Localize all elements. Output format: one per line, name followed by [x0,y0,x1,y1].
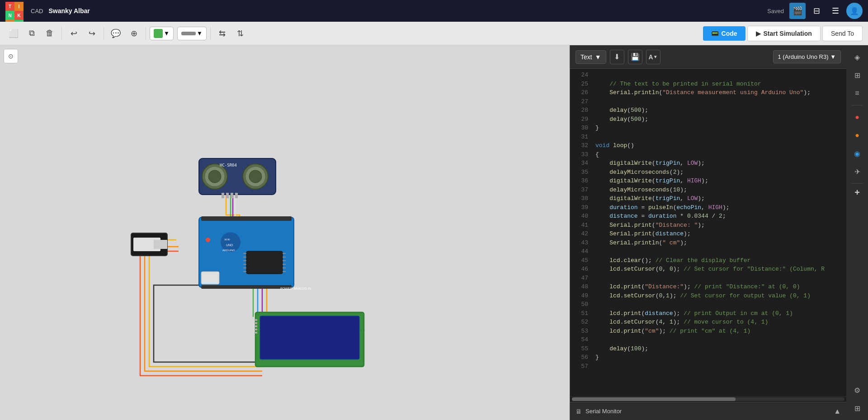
user-panel-btn[interactable]: ● [849,109,865,125]
code-hscroll[interactable] [570,396,846,402]
code-line-39: 39 duration = pulseIn(echoPin, HIGH); [570,203,846,212]
flip-h-btn[interactable]: ⇆ [214,25,231,42]
code-icon: 📟 [711,30,719,37]
toolbar: ⬜ ⧉ 🗑 ↩ ↪ 💬 ⊕ ▼ ▼ ⇆ ⇅ 📟 Code ▶ Start Sim… [0,22,868,45]
code-mode-select[interactable]: Text ▼ [576,50,606,64]
svg-rect-21 [246,251,283,274]
board-select[interactable]: 1 (Arduino Uno R3) ▼ [773,50,841,63]
font-btn[interactable]: A ▼ [646,50,660,64]
code-line-47: 47 [570,274,846,283]
board-label: 1 (Arduino Uno R3) [778,53,829,60]
board-arrow: ▼ [830,53,836,60]
redo-btn[interactable]: ↪ [84,25,100,42]
download-btn[interactable]: ⬇ [610,50,624,64]
film-icon-btn[interactable]: 🎬 [789,3,806,19]
code-line-27: 27 [570,97,846,106]
code-line-29: 29 delay(500); [570,115,846,124]
send-to-btn[interactable]: Send To [822,26,863,41]
new-btn[interactable]: ⬜ [5,25,22,42]
fill-color-btn[interactable]: ▼ [150,27,174,40]
app-name: CAD [31,8,43,14]
code-line-48: 48 lcd.print("Distance:"); // print "Dis… [570,282,846,291]
logo-k: K [14,11,24,20]
serial-monitor-label[interactable]: Serial Monitor [585,408,622,415]
svg-point-3 [208,170,221,183]
undo-btn[interactable]: ↩ [66,25,82,42]
stroke-color-btn[interactable]: ▼ [177,27,207,40]
avatar[interactable]: 👤 [846,3,863,19]
code-line-41: 41 Serial.print("Distance: "); [570,221,846,230]
add-panel-btn[interactable]: + [854,187,860,198]
svg-rect-46 [255,332,257,334]
code-line-54: 54 [570,335,846,344]
serial-monitor-bar: 🖥 Serial Monitor ▲ [570,402,846,420]
svg-rect-44 [255,325,257,327]
topbar-icons: 🎬 ⊟ ☰ 👤 [789,3,863,19]
code-line-38: 38 digitalWrite(trigPin, LOW); [570,194,846,203]
save-code-btn[interactable]: 💾 [628,50,642,64]
code-line-34: 34 digitalWrite(trigPin, LOW); [570,159,846,168]
code-btn[interactable]: 📟 Code [703,26,745,41]
code-line-53: 53 lcd.print("cm"); // print "cm" at (4,… [570,327,846,336]
split-panel-btn[interactable]: ⊞ [849,67,865,83]
list-view-btn[interactable]: ☰ [827,3,844,19]
tinkercad-logo[interactable]: T I N K E R [5,2,24,20]
serial-monitor-icon: 🖥 [576,408,582,415]
start-simulation-btn[interactable]: ▶ Start Simulation [747,26,821,41]
code-panel: Text ▼ ⬇ 💾 A ▼ 1 (Arduino Uno R3) ▼ 24 2… [570,45,846,420]
code-line-51: 51 lcd.print(distance); // print Output … [570,309,846,318]
saved-status: Saved [767,8,784,14]
canvas-area[interactable]: ⊙ [0,45,570,420]
code-line-50: 50 [570,300,846,309]
code-line-52: 52 lcd.setCursor(4, 1); // move cursor t… [570,318,846,327]
flip-v-btn[interactable]: ⇅ [232,25,249,42]
code-line-28: 28 delay(500); [570,106,846,115]
code-line-31: 31 [570,133,846,142]
svg-text:..............................: ................................ [262,328,367,331]
code-line-44: 44 [570,247,846,256]
code-line-26: 26 Serial.println("Distance measurement … [570,88,846,97]
separator-1 [61,27,62,40]
link-panel-btn[interactable]: ◉ [849,145,865,162]
svg-text:ARDUINO: ARDUINO [222,249,235,252]
code-btn-label: Code [722,30,737,37]
svg-text:ANALOG IN: ANALOG IN [294,287,311,290]
svg-rect-42 [255,319,257,321]
panel-sep-2 [851,183,863,184]
comment-btn[interactable]: 💬 [108,25,124,42]
color-panel-btn[interactable]: ● [849,127,865,143]
send-to-label: Send To [831,30,854,37]
hscroll-track [572,397,844,401]
code-line-30: 30 } [570,124,846,133]
svg-point-34 [206,238,210,242]
code-line-24: 24 [570,71,846,80]
svg-point-6 [249,170,262,183]
svg-rect-45 [255,329,257,330]
code-editor[interactable]: 24 25 // The text to be printed in seria… [570,69,846,396]
split-view-btn[interactable]: ⊟ [808,3,825,19]
logo-n: N [5,11,14,20]
serial-monitor-expand[interactable]: ▲ [834,407,841,415]
code-line-57: 57 [570,362,846,371]
list-panel-btn[interactable]: ≡ [849,85,865,101]
copy-btn[interactable]: ⧉ [24,25,40,42]
code-line-35: 35 delayMicroseconds(2); [570,168,846,177]
waypoint-btn[interactable]: ⊕ [126,25,142,42]
plane-panel-btn[interactable]: ✈ [849,163,865,180]
code-line-40: 40 distance = duration * 0.0344 / 2; [570,212,846,221]
shapes-panel-btn[interactable]: ◈ [849,49,865,65]
start-sim-label: Start Simulation [764,30,812,37]
grid-btn[interactable]: ⊞ [849,400,865,416]
svg-rect-35 [201,272,219,284]
main: ⊙ [0,45,868,420]
circuit-diagram: HC-SR04 ∞∞ UNO ARDUINO [0,45,407,420]
settings-btn[interactable]: ⚙ [849,382,865,398]
svg-rect-43 [255,322,257,324]
svg-rect-36 [201,285,292,289]
hscroll-thumb[interactable] [572,397,736,401]
delete-btn[interactable]: 🗑 [42,25,58,42]
svg-text:HC-SR04: HC-SR04 [220,163,237,167]
fill-color-arrow: ▼ [164,30,170,37]
separator-4 [210,27,211,40]
code-mode-arrow: ▼ [595,53,601,61]
